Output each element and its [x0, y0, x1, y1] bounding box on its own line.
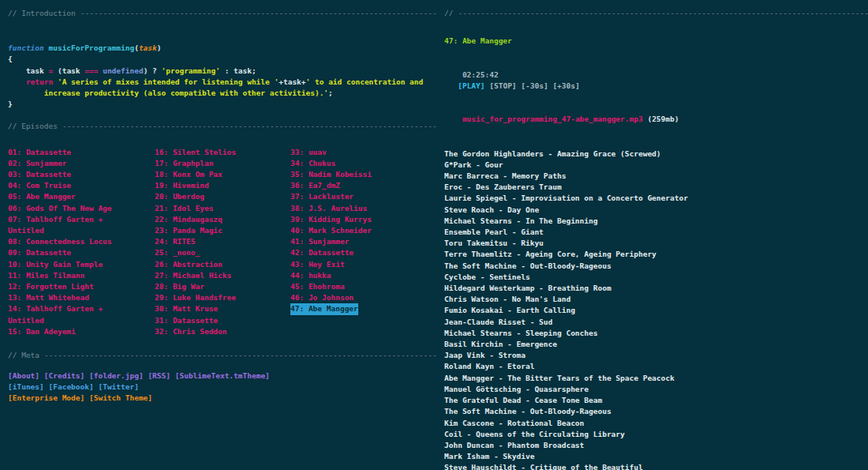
meta-link[interactable]: [iTunes]	[8, 382, 44, 391]
episode-link[interactable]: 43: Hey Exit	[290, 259, 434, 270]
track-item: The Soft Machine - Out-Bloody-Rageous	[444, 406, 868, 417]
code-token: undefined	[103, 66, 143, 75]
meta-link-row: [iTunes] [Facebook] [Twitter]	[8, 382, 438, 393]
meta-link[interactable]: [SublimeText.tmTheme]	[175, 371, 270, 380]
track-item: Toru Takemitsu - Rikyu	[444, 238, 868, 249]
player-controls: 02:25:42 [PLAY] [STOP] [-30s] [+30s]	[444, 58, 868, 92]
episode-link[interactable]: 08: Connectedness Locus	[8, 236, 142, 247]
episode-link[interactable]: 04: Com Truise	[8, 180, 142, 191]
code-token: 'A series of mixes intended for listenin…	[58, 77, 279, 86]
episode-link[interactable]: 36: Ea7_dmZ	[290, 180, 434, 191]
episode-link[interactable]: 37: Lackluster	[290, 191, 434, 202]
episode-link[interactable]: 15: Dan Adeyemi	[8, 326, 142, 337]
episode-link[interactable]: 17: Graphplan	[155, 158, 287, 169]
play-button[interactable]: [PLAY]	[458, 81, 485, 90]
episode-link[interactable]: 20: Uberdog	[155, 191, 287, 202]
episode-link[interactable]: 40: Mark Schneider	[290, 225, 434, 236]
code-token: +task+	[279, 77, 305, 86]
track-item: Hildegard Westerkamp - Breathing Room	[444, 283, 868, 294]
episode-link[interactable]: 41: Sunjammer	[290, 236, 434, 247]
meta-section-header: // Meta---------------------------------…	[8, 350, 438, 361]
track-item: Ensemble Pearl - Giant	[444, 227, 868, 238]
episode-link[interactable]: 39: Kidding Kurrys	[290, 214, 434, 225]
stop-button[interactable]: [STOP]	[489, 81, 516, 90]
episode-link[interactable]: 38: J.S. Aurelius	[290, 203, 434, 214]
code-token: ;	[328, 88, 333, 97]
episode-link-selected[interactable]: 47: Abe Mangger	[290, 303, 358, 314]
track-item: Michael Stearns - Sleeping Conches	[444, 328, 868, 339]
episode-link[interactable]: 14: Tahlhoff Garten + Untitled	[8, 303, 142, 325]
track-item: The Soft Machine - Out-Bloody-Rageous	[444, 261, 868, 272]
meta-link[interactable]: [Switch Theme]	[89, 393, 152, 402]
track-item: Michael Stearns - In The Beginning	[444, 216, 868, 227]
episode-link[interactable]: 28: Big War	[155, 281, 287, 292]
episode-link[interactable]: 10: Unity Gain Temple	[8, 259, 142, 270]
player-section-header: //--------------------------------------…	[444, 8, 868, 19]
meta-link[interactable]: [Enterprise Mode]	[8, 393, 84, 402]
code-token: {	[8, 55, 13, 63]
code-line: }	[8, 99, 438, 110]
track-item: Marc Barreca - Memory Paths	[444, 171, 868, 182]
track-item: Chris Watson - No Man's Land	[444, 294, 868, 305]
player-panel: //--------------------------------------…	[444, 8, 868, 470]
episode-link[interactable]: 45: Ehohroma	[290, 281, 434, 292]
meta-links: [About] [Credits] [folder.jpg] [RSS] [Su…	[8, 370, 438, 404]
episode-link[interactable]: 23: Panda Magic	[155, 225, 287, 236]
code-token: (task	[53, 66, 84, 75]
episode-link[interactable]: 31: Datassette	[155, 315, 287, 326]
episode-link[interactable]: 02: Sunjammer	[8, 158, 142, 169]
code-token: musicForProgramming	[48, 43, 134, 52]
episodes-section-header: // Episodes-----------------------------…	[8, 121, 438, 132]
-30s-button[interactable]: [-30s]	[521, 81, 548, 90]
episodes-column-2: 16: Silent Stelios17: Graphplan18: Konx …	[155, 147, 287, 337]
episode-link[interactable]: 11: Miles Tilmann	[8, 270, 142, 281]
meta-link[interactable]: [RSS]	[148, 371, 170, 380]
track-item: The Grateful Dead - Cease Tone Beam	[444, 395, 868, 406]
30s-button[interactable]: [+30s]	[552, 81, 579, 90]
meta-link[interactable]: [Credits]	[44, 371, 84, 380]
episode-link[interactable]: 16: Silent Stelios	[155, 147, 287, 158]
episode-link[interactable]: 03: Datassette	[8, 169, 142, 180]
left-panel: // Introduction-------------------------…	[8, 8, 438, 404]
episode-link[interactable]: 42: Datassette	[290, 247, 434, 258]
player-comment-slashes: //	[444, 8, 453, 19]
meta-link[interactable]: [folder.jpg]	[89, 371, 144, 380]
code-token: task	[139, 43, 157, 52]
episode-link[interactable]: 32: Chris Seddon	[155, 326, 287, 337]
episode-link[interactable]: 05: Abe Mangger	[8, 191, 142, 202]
episode-link[interactable]: 34: Chukus	[290, 158, 434, 169]
episode-link[interactable]: 06: Gods Of The New Age	[8, 203, 142, 214]
episode-link[interactable]: 21: Idol Eyes	[155, 203, 287, 214]
episodes-list: 01: Datassette02: Sunjammer03: Datassett…	[8, 147, 438, 338]
episode-link[interactable]: 29: Luke Handsfree	[155, 292, 287, 303]
episode-link[interactable]: 26: Abstraction	[155, 259, 287, 270]
meta-link[interactable]: [Facebook]	[49, 382, 94, 391]
meta-link[interactable]: [About]	[8, 371, 39, 380]
current-episode-title: 47: Abe Mangger	[444, 36, 868, 47]
episode-link[interactable]: 13: Matt Whitehead	[8, 292, 142, 303]
episode-link[interactable]: 44: hukka	[290, 270, 434, 281]
episode-link[interactable]: 30: Matt Kruse	[155, 303, 287, 314]
code-line: increase productivity (also compatible w…	[8, 88, 438, 99]
episode-link[interactable]: 33: uuav	[290, 147, 434, 158]
episode-link[interactable]: 35: Nadim Kobeissi	[290, 169, 434, 180]
episode-link[interactable]: 18: Konx Om Pax	[155, 169, 287, 180]
episode-link[interactable]: 24: RITES	[155, 236, 287, 247]
meta-link-row: [Enterprise Mode] [Switch Theme]	[8, 393, 438, 404]
episodes-column-3: 33: uuav34: Chukus35: Nadim Kobeissi36: …	[290, 147, 434, 315]
episode-link[interactable]: 25: _nono_	[155, 247, 287, 258]
mp3-download-link[interactable]: music_for_programming_47-abe_mangger.mp3	[462, 115, 643, 123]
episode-link[interactable]: 07: Tahlhoff Garten + Untitled	[8, 214, 142, 236]
episode-link[interactable]: 09: Datassette	[8, 247, 142, 258]
episode-link[interactable]: 01: Datassette	[8, 147, 142, 158]
track-item: John Duncan - Phantom Broadcast	[444, 440, 868, 451]
episode-link[interactable]: 27: Michael Hicks	[155, 270, 287, 281]
meta-link[interactable]: [Twitter]	[98, 382, 138, 391]
episode-link[interactable]: 22: Mindaugaszq	[155, 214, 287, 225]
episode-link[interactable]: 46: Jo Johnson	[290, 292, 434, 303]
introduction-section-header: // Introduction-------------------------…	[8, 8, 438, 19]
code-token: ) ?	[144, 66, 162, 75]
meta-link-row: [About] [Credits] [folder.jpg] [RSS] [Su…	[8, 370, 438, 382]
episode-link[interactable]: 12: Forgotten Light	[8, 281, 142, 292]
episode-link[interactable]: 19: Hivemind	[155, 180, 287, 191]
